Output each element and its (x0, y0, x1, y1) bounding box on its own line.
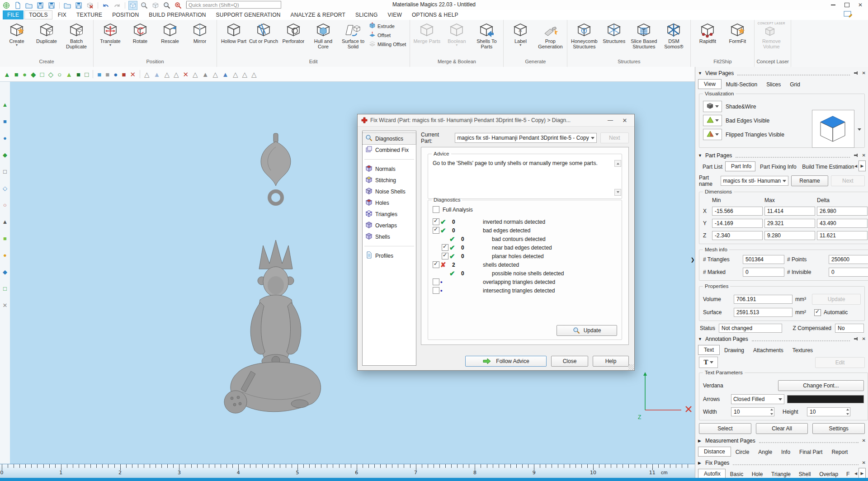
close-section-icon[interactable]: ✕ (862, 460, 866, 465)
tab-scroll-right-icon[interactable]: ▶ (859, 468, 866, 478)
ribbon-button-formfit[interactable]: FormFit (722, 21, 752, 44)
mark-triangles-tool-icon[interactable]: ▲ (4, 71, 10, 78)
automatic-checkbox[interactable] (814, 309, 821, 316)
export-part-icon[interactable] (74, 1, 83, 10)
fix-wizard-page-combined-fix[interactable]: Combined Fix (363, 144, 416, 156)
fix-wizard-page-shells[interactable]: Shells (363, 231, 416, 242)
open-project-icon[interactable] (24, 1, 33, 10)
menu-tab-slicing[interactable]: SLICING (351, 10, 382, 19)
import-part-icon[interactable] (63, 1, 72, 10)
ribbon-button-slice-based-structures[interactable]: Slice Based Structures (629, 21, 659, 50)
fix-pages-tab-overlap[interactable]: Overlap (815, 470, 842, 478)
triangle-view-tool-8-icon[interactable]: △ (233, 71, 238, 78)
brush-selection-tool-icon[interactable]: ▲ (66, 71, 72, 78)
mark-surface-tool-icon[interactable]: ● (23, 71, 27, 78)
zoom-in-icon[interactable] (162, 1, 171, 10)
front-view-tool-icon[interactable]: □ (3, 169, 7, 174)
height-stepper[interactable]: 10 (807, 407, 850, 416)
menu-tab-tools[interactable]: TOOLS (24, 10, 52, 19)
pin-icon[interactable] (854, 153, 859, 158)
scroll-up-button[interactable] (614, 160, 621, 167)
measure-tool-icon[interactable]: □ (3, 286, 7, 292)
cube-unmark-tool-icon[interactable]: ■ (105, 71, 109, 78)
top-view-tool-icon[interactable]: ◇ (3, 185, 7, 191)
triangle-view-tool-6-icon[interactable]: ▲ (202, 71, 209, 78)
fix-wizard-page-noise-shells[interactable]: Noise Shells (363, 186, 416, 197)
select-button[interactable]: Select (699, 423, 751, 434)
zoom-fit-icon[interactable] (128, 1, 137, 10)
triangle-view-tool-7-icon[interactable]: △ (213, 71, 218, 78)
tab-scroll-right-icon[interactable]: ▶ (859, 160, 866, 171)
width-stepper[interactable]: 10 (731, 407, 774, 416)
view-pages-tab-slices[interactable]: Slices (762, 80, 785, 89)
collapse-icon[interactable]: ▼ (698, 153, 703, 158)
measurement-pages-tab-circle[interactable]: Circle (731, 448, 754, 457)
fix-pages-tab-autofix[interactable]: Autofix (698, 469, 726, 478)
triangle-view-tool-2-icon[interactable]: ▲ (154, 71, 160, 78)
view-pages-tab-view[interactable]: View (698, 79, 722, 89)
scene-settings-icon[interactable] (844, 11, 853, 19)
ribbon-button-shells-to-parts[interactable]: Shells To Parts (472, 21, 501, 50)
wireframe-toggle-tool-icon[interactable]: ● (3, 252, 7, 258)
ribbon-button-perforator[interactable]: Perforator (278, 21, 308, 44)
zoom-part-icon[interactable] (140, 1, 149, 10)
menu-tab-analyze-report[interactable]: ANALYZE & REPORT (286, 10, 350, 19)
measurement-pages-tab-final-part[interactable]: Final Part (795, 448, 827, 457)
scroll-down-button[interactable] (614, 189, 621, 196)
rename-button[interactable]: Rename (791, 175, 828, 186)
clear-all-button[interactable]: Clear All (756, 423, 808, 434)
cube-marked-tool-icon[interactable]: ■ (97, 71, 101, 78)
resize-grip[interactable] (628, 364, 634, 370)
arrows-dropdown[interactable]: Closed Filled (731, 394, 784, 404)
width-value[interactable]: 10 (731, 407, 774, 416)
annotation-pages-tab-attachments[interactable]: Attachments (749, 346, 788, 355)
current-part-dropdown[interactable]: magics fix stl- Hanumanji Pendant 3Dprin… (455, 133, 596, 143)
pin-icon[interactable] (854, 336, 859, 341)
ribbon-button-translate[interactable]: Translate▾ (95, 21, 125, 47)
dialog-close-button[interactable]: ✕ (619, 117, 631, 124)
collapse-icon[interactable]: ▼ (698, 337, 703, 341)
fix-wizard-page-holes[interactable]: Holes (363, 197, 416, 208)
triangle-view-tool-10-icon[interactable]: △ (251, 71, 257, 78)
expand-icon[interactable]: ▶ (698, 461, 703, 465)
save-icon[interactable] (36, 1, 45, 10)
fix-wizard-page-profiles[interactable]: Profiles (363, 250, 416, 261)
menu-tab-fix[interactable]: FIX (53, 10, 71, 19)
undo-icon[interactable] (101, 1, 110, 10)
triangle-error-tool-icon[interactable]: ✕ (183, 71, 189, 78)
view-cube-icon[interactable] (151, 1, 160, 10)
save-as-icon[interactable] (47, 1, 56, 10)
close-section-icon[interactable]: ✕ (862, 71, 866, 75)
fix-pages-tab-triangle[interactable]: Triangle (767, 470, 794, 478)
polygon-selection-tool-icon[interactable]: ◇ (48, 71, 54, 78)
ribbon-button-prop-generation[interactable]: Prop Generation (535, 21, 565, 50)
dialog-minimize-button[interactable]: — (604, 117, 616, 123)
ribbon-button-extrude[interactable]: Extrude (369, 22, 406, 30)
ribbon-button-duplicate[interactable]: Duplicate (32, 21, 61, 44)
menu-tab-build-preparation[interactable]: BUILD PREPARATION (144, 10, 210, 19)
visualization-mode-button[interactable] (703, 129, 722, 140)
tab-scroll-left-icon[interactable]: ◀ (854, 470, 858, 476)
fix-pages-tab-shell[interactable]: Shell (794, 470, 815, 478)
close-section-icon[interactable]: ✕ (862, 153, 866, 158)
close-button[interactable]: ✕ (854, 0, 867, 10)
ribbon-button-rapidfit[interactable]: Rapidfit (693, 21, 722, 44)
part-name-dropdown[interactable]: magics fix stl- Hanuman (721, 176, 788, 186)
menu-tab-support-generation[interactable]: SUPPORT GENERATION (212, 10, 285, 19)
panel-splitter-handle[interactable]: ❯ (690, 255, 695, 264)
part-pages-tab-part-list[interactable]: Part List (698, 162, 725, 171)
fix-pages-tab-f[interactable]: F (842, 470, 854, 478)
fix-wizard-page-diagnostics[interactable]: Diagnostics (363, 133, 416, 144)
locate-marked-tool-icon[interactable]: ✕ (130, 71, 136, 78)
ribbon-button-dsm-somos-tetrashell-[interactable]: DSM Somos® TetraShell™ (659, 21, 689, 50)
ribbon-button-milling-offset[interactable]: Milling Offset (369, 40, 406, 48)
close-section-icon[interactable]: ✕ (862, 438, 866, 443)
view-pages-tab-multi-section[interactable]: Multi-Section (722, 80, 762, 89)
ribbon-button-cut-or-punch[interactable]: Cut or Punch (249, 21, 278, 44)
ribbon-button-hollow-part[interactable]: Hollow Part (219, 21, 249, 44)
pin-icon[interactable] (854, 71, 859, 75)
part-pages-tab-build-time-estimation[interactable]: Build Time Estimation (797, 162, 854, 171)
diagnostic-checkbox[interactable] (433, 227, 439, 234)
triangle-view-tool-3-icon[interactable]: △ (164, 71, 170, 78)
search-input[interactable] (186, 1, 281, 9)
